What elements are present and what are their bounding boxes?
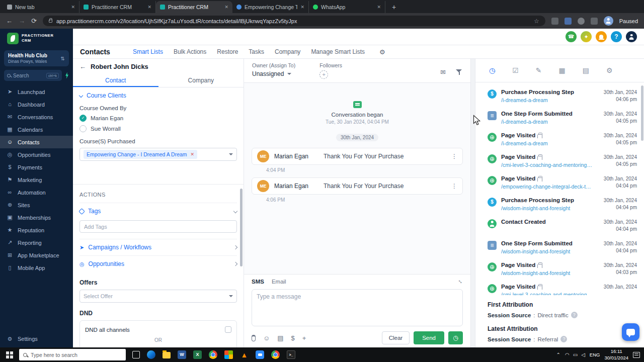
language-indicator[interactable]: ENG <box>590 352 600 357</box>
timeline-link[interactable]: /i-dreamed-a-dream <box>501 140 593 146</box>
browser-tab[interactable]: WhatsApp ✕ <box>309 1 385 13</box>
contacts-nav-tab[interactable]: Restore <box>217 48 238 55</box>
timeline-link[interactable]: /wisdom-insight-and-foresight <box>501 205 593 211</box>
sidebar-item[interactable]: ★ Reputation <box>0 224 73 236</box>
timeline-item[interactable]: Page Visited /cmi-level-3-coaching-and-m… <box>488 281 637 295</box>
copy-icon[interactable] <box>538 133 542 138</box>
add-follower-button[interactable]: + <box>319 70 328 79</box>
taskbar-app-icon[interactable] <box>209 350 217 359</box>
browser-forward-icon[interactable]: → <box>19 18 25 24</box>
tray-icon[interactable]: ▭ <box>573 352 578 357</box>
tab-close-icon[interactable]: ✕ <box>224 5 228 10</box>
sidebar-item-settings[interactable]: ⚙ Settings <box>0 330 73 347</box>
template-icon[interactable]: ▤ <box>277 335 283 341</box>
extension-icon[interactable] <box>551 18 558 25</box>
taskbar-app-icon[interactable] <box>147 350 155 359</box>
owner-dropdown[interactable]: Unassigned <box>252 70 295 77</box>
activity-scrollbar[interactable] <box>641 85 643 141</box>
contacts-nav-tab[interactable]: Bulk Actions <box>174 48 206 55</box>
taskbar-app-icon[interactable] <box>224 350 233 359</box>
location-switcher[interactable]: Health Hub Club Dinas Powys, Wales ⇅ <box>4 50 69 66</box>
tab-close-icon[interactable]: ✕ <box>377 5 381 10</box>
course-owner-option[interactable]: Marian Egan <box>79 115 237 122</box>
sidebar-item[interactable]: ⊞ App Marketplace <box>0 249 73 261</box>
contacts-nav-tab[interactable]: Manage Smart Lists <box>311 48 365 55</box>
help-icon[interactable]: ? <box>560 336 567 342</box>
tab-close-icon[interactable]: ✕ <box>300 5 304 10</box>
contact-panel-tab[interactable]: Company <box>158 74 244 87</box>
tab-close-icon[interactable]: ✕ <box>71 5 75 10</box>
contacts-nav-tab[interactable]: Company <box>275 48 300 55</box>
taskbar-app-icon[interactable]: >_ <box>287 350 295 359</box>
add-tags-input[interactable] <box>79 220 237 233</box>
taskbar-app-icon[interactable]: ▲ <box>240 350 249 359</box>
quick-actions-bolt-icon[interactable] <box>65 72 69 79</box>
taskbar-app-icon[interactable] <box>132 351 140 358</box>
taskbar-app-icon[interactable] <box>163 352 171 358</box>
opportunities-toggle[interactable]: ◎ Opportunities <box>79 255 237 272</box>
message-input[interactable] <box>257 293 458 322</box>
timeline-link[interactable]: /wisdom-insight-and-foresight <box>501 270 593 276</box>
timeline-item[interactable]: Page Visited /empowering-change-integral… <box>488 173 637 195</box>
timeline-item[interactable]: Contact Created 30th Jan, 2024 04:04 pm <box>488 216 637 238</box>
clear-button[interactable]: Clear <box>382 331 410 344</box>
new-tab-button[interactable]: + <box>388 2 399 13</box>
timeline-item[interactable]: Page Visited /cmi-level-3-coaching-and-m… <box>488 151 637 173</box>
sidebar-item[interactable]: ⌂ Dashboard <box>0 98 73 111</box>
sidebar-item[interactable]: ∞ Automation <box>0 186 73 199</box>
copy-icon[interactable] <box>538 284 542 289</box>
timeline-link[interactable]: /empowering-change-integral-deck-thank-y… <box>501 184 593 190</box>
message-card[interactable]: ME Marian Egan Thank You For Your Purcha… <box>252 177 463 195</box>
course-clients-section-toggle[interactable]: Course Clients <box>79 92 237 99</box>
sidebar-search[interactable]: ctrl+k <box>4 70 62 81</box>
sidebar-item[interactable]: ▯ Mobile App <box>0 261 73 274</box>
profile-avatar[interactable] <box>626 31 637 42</box>
chat-widget-button[interactable] <box>622 323 639 341</box>
sidebar-item[interactable]: ▣ Memberships <box>0 211 73 224</box>
composer-tab[interactable]: SMS <box>252 279 264 285</box>
contacts-nav-tab[interactable]: Smart Lists <box>133 48 163 55</box>
start-button[interactable] <box>0 347 19 362</box>
sidebar-item[interactable]: ⊕ Sites <box>0 199 73 211</box>
activity-tab-icon[interactable]: ▦ <box>559 67 566 74</box>
filter-icon[interactable] <box>456 69 462 75</box>
timeline-link[interactable]: /i-dreamed-a-dream <box>501 97 593 103</box>
back-button[interactable]: ← <box>79 63 86 70</box>
sidebar-item[interactable]: ☺ Contacts <box>0 136 73 148</box>
sidebar-search-input[interactable] <box>13 73 44 78</box>
radio-icon[interactable] <box>79 115 87 122</box>
timeline-item[interactable]: Page Visited /i-dreamed-a-dream 30th Jan… <box>488 130 637 151</box>
taskbar-app-icon[interactable]: W <box>178 350 186 359</box>
timeline-item[interactable]: Purchase Processing Step /wisdom-insight… <box>488 195 637 216</box>
taskbar-app-icon[interactable] <box>271 350 280 359</box>
smart-lists-gear-icon[interactable]: ⚙ <box>379 48 385 56</box>
extensions-puzzle-icon[interactable] <box>591 18 598 25</box>
timeline-item[interactable]: Purchase Processing Step /i-dreamed-a-dr… <box>488 86 637 108</box>
taskbar-search-input[interactable] <box>31 352 122 358</box>
emoji-icon[interactable]: ☺ <box>263 335 270 341</box>
copy-icon[interactable] <box>538 262 542 267</box>
select-offer-dropdown[interactable]: Select Offer <box>79 290 237 303</box>
taskbar-app-icon[interactable] <box>256 350 264 359</box>
timeline-link[interactable]: /wisdom-insight-and-foresight <box>501 248 593 254</box>
bookmark-star-icon[interactable]: ☆ <box>534 18 539 25</box>
academy-icon[interactable]: ✦ <box>581 31 592 42</box>
notifications-bell-icon[interactable] <box>596 31 607 42</box>
course-owner-option[interactable]: Sue Worrall <box>79 125 237 132</box>
extension-icon[interactable] <box>578 18 585 25</box>
sync-paused-label[interactable]: Paused <box>619 18 638 24</box>
phone-icon[interactable]: ☎ <box>566 31 577 42</box>
dnd-all-checkbox[interactable] <box>225 326 231 333</box>
sidebar-item[interactable]: ⚑ Marketing <box>0 173 73 186</box>
site-info-lock-icon[interactable] <box>49 20 52 23</box>
add-more-icon[interactable]: + <box>302 335 306 341</box>
radio-icon[interactable] <box>79 125 87 132</box>
browser-tab[interactable]: Practitioner CRM ✕ <box>79 1 156 13</box>
browser-tab[interactable]: New tab ✕ <box>3 1 79 13</box>
activity-tab-icon[interactable]: ◷ <box>489 67 495 74</box>
extension-icon[interactable] <box>565 18 572 25</box>
timeline-item[interactable]: One Step Form Submitted /wisdom-insight-… <box>488 238 637 259</box>
help-icon[interactable]: ? <box>571 312 578 318</box>
browser-tab[interactable]: Practitioner CRM ✕ <box>156 1 232 13</box>
sidebar-item[interactable]: ➤ Launchpad <box>0 85 73 98</box>
